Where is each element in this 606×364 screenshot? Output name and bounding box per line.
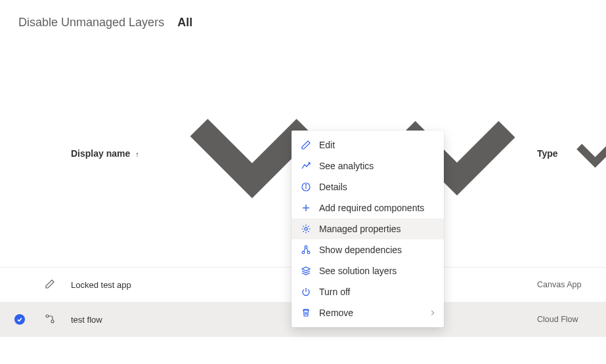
menu-edit[interactable]: Edit (292, 134, 444, 155)
menu-label: Remove (319, 308, 353, 318)
breadcrumb-current: All (177, 16, 192, 30)
chevron-down-icon (563, 148, 606, 159)
plus-icon (301, 203, 311, 213)
menu-label: Show dependencies (319, 245, 402, 255)
svg-point-16 (305, 184, 306, 185)
cell-display-name: Locked test app (66, 268, 289, 302)
chevron-right-icon (429, 308, 436, 318)
column-display-name-label: Display name (71, 148, 130, 159)
menu-turn-off[interactable]: Turn off (292, 281, 444, 302)
svg-point-9 (46, 315, 49, 317)
menu-see-solution-layers[interactable]: See solution layers (292, 260, 444, 281)
edit-icon (45, 279, 55, 289)
menu-show-dependencies[interactable]: Show dependencies (292, 239, 444, 260)
column-display-name[interactable]: Display name ↑ (66, 41, 289, 268)
svg-line-23 (304, 248, 305, 251)
svg-point-10 (51, 320, 54, 323)
checkmark-icon (14, 314, 25, 325)
breadcrumb-prev[interactable]: Disable Unmanaged Layers (18, 16, 164, 30)
menu-managed-properties[interactable]: Managed properties (292, 218, 444, 239)
analytics-icon (301, 161, 311, 171)
dependencies-icon (301, 245, 311, 255)
menu-remove[interactable]: Remove (292, 302, 444, 323)
power-icon (301, 287, 311, 297)
menu-label: Details (319, 182, 347, 192)
svg-marker-25 (302, 267, 310, 271)
menu-see-analytics[interactable]: See analytics (292, 155, 444, 176)
layers-icon (301, 266, 311, 276)
column-type-label: Type (537, 148, 558, 159)
menu-label: Turn off (319, 287, 350, 297)
menu-label: See analytics (319, 161, 374, 171)
row-context-menu: Edit See analytics Details Add required … (292, 131, 444, 327)
svg-point-20 (305, 246, 307, 249)
menu-label: See solution layers (319, 266, 397, 276)
edit-icon (301, 140, 311, 150)
cell-type: Cloud Flow (532, 302, 606, 337)
info-icon (301, 182, 311, 192)
row-select[interactable] (0, 268, 39, 302)
menu-label: Add required components (319, 203, 424, 213)
sort-asc-icon: ↑ (135, 150, 139, 158)
flow-icon (45, 313, 55, 324)
row-select[interactable] (0, 302, 39, 337)
menu-details[interactable]: Details (292, 176, 444, 197)
gear-icon (301, 224, 311, 234)
svg-point-21 (302, 251, 305, 254)
column-select[interactable] (0, 41, 39, 268)
menu-add-required-components[interactable]: Add required components (292, 197, 444, 218)
breadcrumb: Disable Unmanaged Layers All (0, 0, 606, 41)
trash-icon (301, 308, 311, 318)
menu-label: Managed properties (319, 224, 401, 234)
menu-label: Edit (319, 140, 335, 150)
cell-display-name: test flow (66, 302, 289, 337)
cell-type: Canvas App (532, 268, 606, 302)
svg-point-22 (307, 251, 310, 254)
svg-line-24 (307, 248, 308, 251)
svg-point-19 (305, 228, 307, 230)
